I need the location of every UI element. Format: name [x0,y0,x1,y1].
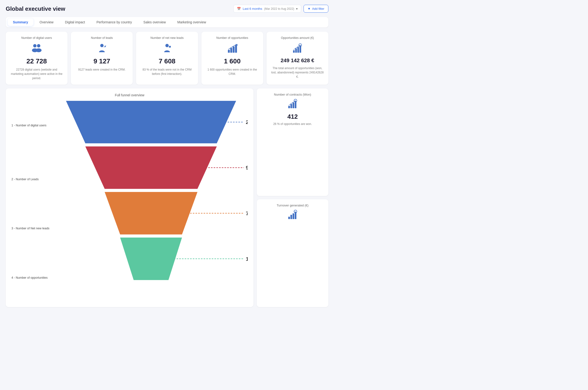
svg-rect-12 [293,50,295,53]
funnel-svg: 22 728 9 127 7 608 1 600 [55,101,248,301]
svg-rect-36 [288,217,290,219]
funnel-content: 1 - Number of digital users 2 - Number o… [11,101,248,302]
kpi-desc-1: 22728 digital users (website and marketi… [9,67,64,80]
svg-point-3 [36,49,42,52]
svg-text:9 127: 9 127 [246,164,248,171]
kpi-value-2: 9 127 [75,57,129,65]
header-controls: 📅 Last 6 months (Mar 2022 to Aug 2022) ▾… [234,5,328,13]
side-kpi-card-contracts: Number of contracts (Won) € 412 26 % of … [257,89,328,196]
svg-point-2 [37,44,40,48]
net-leads-icon [140,43,194,55]
kpi-card-title-4: Number of opportunities [205,36,259,40]
calendar-icon: 📅 [237,7,241,10]
side-kpi-card-turnover: Turnover generated (€) € [257,199,328,307]
page-title: Global executive view [6,5,65,12]
kpi-card-title-5: Opportunities amount (€) [270,36,325,40]
funnel-card: Full funnel overview 1 - Number of digit… [6,89,253,307]
date-range-sub: (Mar 2022 to Aug 2022) [264,7,294,10]
kpi-card-opportunities: Number of opportunities 1 600 1 600 oppo… [201,32,263,85]
filter-icon: ▼ [308,7,311,10]
right-cards: Number of contracts (Won) € 412 26 % of … [257,89,328,307]
svg-rect-14 [297,47,299,53]
kpi-card-net-new-leads: Number of net new leads 7 608 83 % of th… [136,32,198,85]
contracts-icon: € [261,99,325,111]
date-range-main: Last 6 months [243,7,262,10]
bottom-section: Full funnel overview 1 - Number of digit… [6,89,328,307]
side-kpi-title-contracts: Number of contracts (Won) [261,93,325,96]
add-filter-label: Add filter [312,7,324,10]
svg-text:1 600: 1 600 [246,255,248,262]
svg-text:22 728: 22 728 [246,119,248,125]
svg-text:€: € [295,211,296,213]
funnel-label-1: 1 - Number of digital users [11,122,50,129]
kpi-card-title-1: Number of digital users [9,36,64,40]
kpi-value-5: 249 142 628 € [270,57,325,64]
svg-rect-31 [291,104,292,108]
add-filter-button[interactable]: ▼ Add filter [303,5,328,13]
svg-marker-18 [66,101,236,143]
tab-summary[interactable]: Summary [8,18,33,26]
svg-point-5 [165,44,169,47]
svg-text:7 608: 7 608 [246,210,248,216]
svg-point-0 [33,44,37,48]
svg-rect-30 [288,106,290,108]
kpi-card-title-3: Number of net new leads [140,36,194,40]
turnover-icon: € [261,209,325,222]
svg-rect-13 [295,49,297,53]
kpi-card-leads: Number of leads 9 127 9127 leads were cr… [71,32,133,85]
chevron-down-icon: ▾ [296,7,297,10]
leads-icon [75,43,129,55]
tab-sales-overview[interactable]: Sales overview [138,18,171,26]
side-kpi-desc-contracts: 26 % of opportunities are won. [261,122,325,126]
funnel-label-2: 2 - Number of Leads [11,176,50,183]
funnel-title: Full funnel overview [11,93,248,97]
svg-point-6 [169,46,171,48]
tab-overview[interactable]: Overview [34,18,59,26]
kpi-card-digital-users: Number of digital users 22 728 22728 dig… [6,32,67,85]
svg-rect-32 [293,102,294,108]
svg-rect-38 [293,213,294,219]
svg-marker-21 [85,146,217,189]
side-kpi-value-contracts: 412 [261,113,325,120]
kpi-desc-2: 9127 leads were created in the CRM. [75,67,129,72]
kpi-card-opportunities-amount: Opportunities amount (€) € 249 142 628 €… [267,32,328,85]
kpi-desc-5: The total amount of opportunities (won, … [270,66,325,79]
svg-point-4 [100,44,104,47]
funnel-visual: 22 728 9 127 7 608 1 600 [55,101,248,302]
tab-marketing-overview[interactable]: Marketing overview [172,18,211,26]
kpi-value-1: 22 728 [9,57,64,65]
side-kpi-title-turnover: Turnover generated (€) [261,204,325,207]
kpi-desc-4: 1 600 opportunities were created in the … [205,67,259,76]
date-filter-button[interactable]: 📅 Last 6 months (Mar 2022 to Aug 2022) ▾ [234,5,301,13]
kpi-card-title-2: Number of leads [75,36,129,40]
funnel-label-3: 3 - Number of Net new leads [11,225,50,232]
header: Global executive view 📅 Last 6 months (M… [6,5,328,13]
users-icon [9,43,64,55]
funnel-labels: 1 - Number of digital users 2 - Number o… [11,101,50,302]
tab-digital-impact[interactable]: Digital impact [60,18,90,26]
opportunities-icon [205,43,259,55]
svg-rect-10 [235,45,237,53]
svg-rect-7 [228,50,230,53]
svg-rect-8 [230,48,232,53]
funnel-label-4: 4 - Number of opportunities [11,274,50,281]
kpi-row: Number of digital users 22 728 22728 dig… [6,32,328,85]
euro-icon: € [270,43,325,55]
kpi-desc-3: 83 % of the leads were not in the CRM be… [140,67,194,76]
tabs-bar: Summary Overview Digital impact Performa… [6,17,328,27]
tab-performance-by-country[interactable]: Performance by country [91,18,137,26]
svg-rect-37 [291,215,292,219]
kpi-value-4: 1 600 [205,57,259,65]
kpi-value-3: 7 608 [140,57,194,65]
svg-rect-9 [233,47,235,53]
